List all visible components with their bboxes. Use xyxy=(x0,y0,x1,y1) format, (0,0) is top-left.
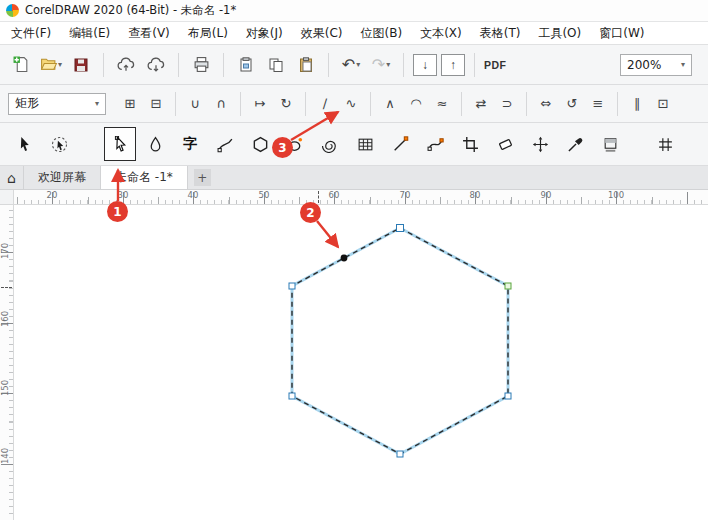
auto-close-curve-button[interactable]: ↻ xyxy=(274,90,298,118)
cusp-node-button[interactable]: ∧ xyxy=(378,90,402,118)
menu-view[interactable]: 查看(V) xyxy=(119,22,179,45)
crop-tool[interactable] xyxy=(454,127,486,161)
import-button[interactable]: ↓ xyxy=(413,54,437,76)
node-handle xyxy=(505,393,511,399)
redo-icon: ↷ xyxy=(372,57,385,73)
two-point-line-tool[interactable] xyxy=(384,127,416,161)
vertical-ruler[interactable]: 170 160 150 140 xyxy=(0,205,14,520)
ruler-label: 140 xyxy=(0,448,10,464)
tab-untitled-1[interactable]: 未命名 -1* xyxy=(101,166,188,189)
bezier-icon xyxy=(427,136,444,153)
free-transform-tool[interactable] xyxy=(524,127,556,161)
elastic-mode-button[interactable]: ∥ xyxy=(625,90,649,118)
smooth-node-button[interactable]: ◠ xyxy=(404,90,428,118)
shape-tool[interactable] xyxy=(104,127,136,161)
transform-icon xyxy=(532,136,549,153)
menu-effects[interactable]: 效果(C) xyxy=(292,22,352,45)
align-nodes-button[interactable]: ≡ xyxy=(586,90,610,118)
fill-icon xyxy=(602,136,619,153)
convert-to-curve-button[interactable]: ∿ xyxy=(339,90,363,118)
pick-tool[interactable] xyxy=(8,127,40,161)
stretch-nodes-button[interactable]: ⇔ xyxy=(534,90,558,118)
freehand-tool[interactable] xyxy=(209,127,241,161)
menu-bitmaps[interactable]: 位图(B) xyxy=(352,22,412,45)
smooth-tool[interactable] xyxy=(139,127,171,161)
ruler-label: 100 xyxy=(608,190,624,200)
menu-object[interactable]: 对象(J) xyxy=(237,22,292,45)
tab-label: 欢迎屏幕 xyxy=(38,169,86,186)
close-curve-button[interactable]: ⊃ xyxy=(495,90,519,118)
toolbar-separator xyxy=(403,53,404,77)
paste-button[interactable] xyxy=(293,51,319,79)
rotate-nodes-button[interactable]: ↺ xyxy=(560,90,584,118)
tab-label: 未命名 -1* xyxy=(115,169,173,186)
node-handle xyxy=(289,393,295,399)
ruler-label: 90 xyxy=(541,190,552,200)
new-document-tab-button[interactable]: + xyxy=(194,169,211,186)
window-title: CorelDRAW 2020 (64-Bit) - 未命名 -1* xyxy=(25,3,236,18)
coreldraw-logo-icon[interactable] xyxy=(6,4,19,17)
home-tab[interactable]: ⌂ xyxy=(0,166,24,189)
join-nodes-button[interactable]: ∪ xyxy=(183,90,207,118)
freehand-pick-tool[interactable] xyxy=(43,127,75,161)
drawing-canvas[interactable] xyxy=(14,205,708,520)
spiral-tool[interactable] xyxy=(314,127,346,161)
menu-table[interactable]: 表格(T) xyxy=(471,22,530,45)
add-node-button[interactable]: ⊞ xyxy=(118,90,142,118)
ruler-origin-corner[interactable] xyxy=(0,190,14,205)
zoom-level-dropdown[interactable]: 200% ▾ xyxy=(620,54,692,76)
ruler-label: 20 xyxy=(47,190,58,200)
color-eyedropper-tool[interactable] xyxy=(559,127,591,161)
menu-window[interactable]: 窗口(W) xyxy=(590,22,653,45)
eyedropper-icon xyxy=(567,136,584,153)
menu-tools[interactable]: 工具(O) xyxy=(529,22,590,45)
menu-layout[interactable]: 布局(L) xyxy=(179,22,237,45)
convert-to-line-button[interactable]: ∕ xyxy=(313,90,337,118)
redo-button[interactable]: ↷ ▾ xyxy=(368,51,394,79)
symmetrical-node-button[interactable]: ≈ xyxy=(430,90,454,118)
hexagon-shape[interactable] xyxy=(14,205,708,520)
ruler-label: 170 xyxy=(0,243,10,259)
cloud-upload-button[interactable] xyxy=(113,51,139,79)
ruler-label: 60 xyxy=(329,190,340,200)
text-tool[interactable]: 字 xyxy=(174,127,206,161)
cursor-position-marker xyxy=(318,191,319,203)
mesh-fill-tool[interactable] xyxy=(649,127,681,161)
save-button[interactable] xyxy=(68,51,94,79)
polygon-tool[interactable] xyxy=(244,127,276,161)
caret-down-icon: ▾ xyxy=(681,60,685,69)
copy-button[interactable] xyxy=(263,51,289,79)
export-icon: ↑ xyxy=(450,58,456,72)
print-button[interactable] xyxy=(188,51,214,79)
publish-to-pdf-button[interactable]: PDF xyxy=(484,59,507,71)
copy-icon xyxy=(268,57,284,73)
eraser-tool[interactable] xyxy=(489,127,521,161)
open-button[interactable]: ▾ xyxy=(38,51,64,79)
new-document-button[interactable] xyxy=(8,51,34,79)
undo-button[interactable]: ↶ ▾ xyxy=(338,51,364,79)
toolbar-separator xyxy=(526,92,527,116)
caret-down-icon: ▾ xyxy=(95,99,99,108)
toolbar-separator xyxy=(305,92,306,116)
reverse-direction-button[interactable]: ⇄ xyxy=(469,90,493,118)
export-button[interactable]: ↑ xyxy=(441,54,465,76)
menu-file[interactable]: 文件(F) xyxy=(2,22,60,45)
cloud-download-button[interactable] xyxy=(143,51,169,79)
bezier-tool[interactable] xyxy=(419,127,451,161)
interactive-fill-tool[interactable] xyxy=(594,127,626,161)
toolbar-separator xyxy=(617,92,618,116)
toolbar-separator xyxy=(103,53,104,77)
paste-special-button[interactable] xyxy=(233,51,259,79)
delete-node-button[interactable]: ⊟ xyxy=(144,90,168,118)
menu-text[interactable]: 文本(X) xyxy=(411,22,471,45)
paste-icon xyxy=(298,57,314,73)
extend-curve-button[interactable]: ↦ xyxy=(248,90,272,118)
table-tool[interactable] xyxy=(349,127,381,161)
break-node-button[interactable]: ∩ xyxy=(209,90,233,118)
preset-dropdown[interactable]: 矩形 ▾ xyxy=(8,93,106,115)
paste-special-icon xyxy=(238,57,254,73)
tab-welcome-screen[interactable]: 欢迎屏幕 xyxy=(24,166,101,189)
ruler-label: 50 xyxy=(259,190,270,200)
menu-edit[interactable]: 编辑(E) xyxy=(60,22,119,45)
select-all-nodes-button[interactable]: ⊡ xyxy=(651,90,675,118)
